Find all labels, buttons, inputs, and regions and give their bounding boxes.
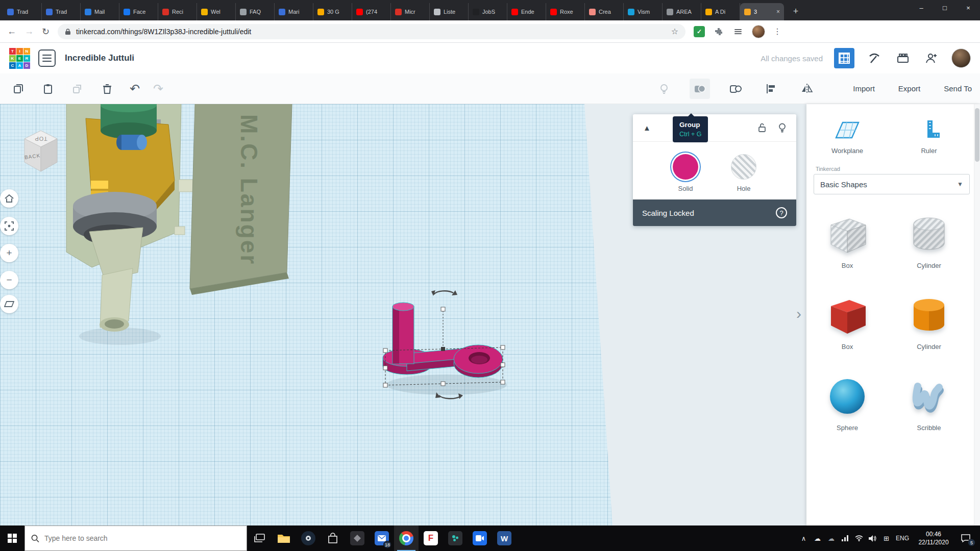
bookmark-star-icon[interactable]: ☆	[671, 27, 678, 36]
file-explorer-button[interactable]	[272, 525, 296, 551]
word-button[interactable]: W	[492, 525, 517, 551]
perspective-toggle-button[interactable]	[0, 295, 18, 313]
delete-button[interactable]	[97, 79, 117, 99]
home-view-button[interactable]	[0, 189, 18, 208]
steam-button[interactable]	[296, 525, 321, 551]
designs-menu-button[interactable]	[38, 49, 56, 67]
workplane-tool[interactable]: Workplane	[806, 118, 888, 155]
undo-button[interactable]: ↶	[130, 79, 140, 99]
extension-puzzle-icon[interactable]	[713, 26, 724, 37]
shape-item-scribble[interactable]: Scribble	[904, 369, 953, 432]
brick-export-button[interactable]	[894, 49, 912, 67]
browser-tab[interactable]: Mari ×	[275, 3, 313, 20]
design-title[interactable]: Incredible Juttuli	[65, 53, 134, 63]
extension-check-icon[interactable]: ✓	[694, 26, 705, 37]
task-view-button[interactable]	[247, 525, 272, 551]
library-select[interactable]: Basic Shapes ▼	[814, 174, 970, 194]
reload-icon[interactable]: ↻	[42, 26, 50, 37]
zoom-out-button[interactable]: −	[0, 271, 18, 289]
solid-option[interactable]: Solid	[673, 154, 698, 192]
browser-profile-avatar[interactable]	[752, 25, 765, 38]
browser-tab[interactable]: Vism ×	[624, 3, 663, 20]
dots-app-button[interactable]	[443, 525, 468, 551]
store-button[interactable]	[321, 525, 345, 551]
lightbulb-icon[interactable]	[778, 123, 786, 133]
browser-tab[interactable]: Trad ×	[42, 3, 81, 20]
signal-icon[interactable]	[838, 525, 852, 551]
solid-swatch[interactable]	[673, 154, 698, 180]
zoom-in-button[interactable]: +	[0, 244, 18, 262]
shape-item-hole-box[interactable]: Box	[823, 207, 872, 269]
onedrive-cloud-icon[interactable]: ☁	[811, 525, 824, 551]
clock[interactable]: 00:4622/11/2020	[912, 525, 955, 551]
tab-close-icon[interactable]: ×	[776, 8, 780, 15]
selected-object[interactable]	[375, 280, 518, 408]
action-center-button[interactable]: 5	[955, 525, 976, 551]
browser-tab[interactable]: JobS ×	[469, 3, 507, 20]
browser-tab[interactable]: Reci ×	[158, 3, 197, 20]
browser-tab[interactable]: (274 ×	[352, 3, 391, 20]
minecraft-export-button[interactable]	[866, 49, 883, 67]
language-indicator[interactable]: ENG	[893, 525, 912, 551]
paste-button[interactable]	[38, 79, 58, 99]
browser-tab[interactable]: Wel ×	[197, 3, 236, 20]
browser-tab[interactable]: 30 G ×	[313, 3, 352, 20]
view-cube[interactable]: TOP BACK	[19, 126, 62, 174]
group-button[interactable]	[690, 79, 710, 99]
close-button[interactable]: ×	[957, 0, 980, 15]
copy-button[interactable]	[8, 79, 29, 99]
teams-tray-icon[interactable]: ⊞	[879, 525, 893, 551]
browser-tab[interactable]: Trad ×	[3, 3, 42, 20]
ruler-tool[interactable]: Ruler	[888, 118, 970, 155]
browser-tab[interactable]: 3 ×	[740, 3, 784, 20]
hole-swatch[interactable]	[731, 154, 756, 180]
mail-app-button[interactable]: 18	[370, 525, 394, 551]
start-button[interactable]	[0, 525, 24, 551]
hidden-icons-chevron[interactable]: ∧	[797, 525, 811, 551]
tinkercad-logo[interactable]: TINKERCAD	[9, 48, 30, 69]
align-button[interactable]	[761, 79, 781, 99]
back-icon[interactable]: ←	[7, 26, 16, 37]
collapse-caret-icon[interactable]: ▲	[643, 123, 651, 132]
import-button[interactable]: Import	[853, 84, 875, 93]
browser-tab[interactable]: Face ×	[119, 3, 158, 20]
redo-button[interactable]: ↷	[153, 79, 163, 99]
panel-scrollbar[interactable]	[974, 104, 980, 525]
cloud-gray-icon[interactable]: ☁	[824, 525, 838, 551]
ungroup-button[interactable]	[725, 79, 746, 99]
shape-item-solid-cylinder[interactable]: Cylinder	[904, 288, 953, 350]
extension-lines-icon[interactable]	[732, 26, 744, 37]
fit-view-button[interactable]	[0, 217, 18, 235]
shape-item-solid-box[interactable]: Box	[823, 288, 872, 350]
browser-menu-icon[interactable]: ⋮	[773, 27, 781, 36]
hole-option[interactable]: Hole	[731, 154, 756, 192]
url-field[interactable]: tinkercad.com/things/8W1ZIl3p38J-incredi…	[58, 24, 685, 39]
help-icon[interactable]: ?	[776, 207, 787, 218]
new-tab-button[interactable]: +	[789, 6, 802, 17]
maximize-button[interactable]: □	[933, 0, 957, 15]
scrollbar-thumb[interactable]	[975, 108, 979, 162]
browser-tab[interactable]: FAQ ×	[236, 3, 275, 20]
browser-tab[interactable]: Mail ×	[81, 3, 119, 20]
user-avatar[interactable]	[951, 48, 971, 68]
share-button[interactable]	[923, 49, 940, 67]
panel-collapse-chevron[interactable]: ›	[796, 305, 801, 322]
search-input[interactable]	[44, 534, 240, 542]
browser-tab[interactable]: A Di ×	[701, 3, 740, 20]
duplicate-button[interactable]	[67, 79, 88, 99]
browser-tab[interactable]: Liste ×	[430, 3, 469, 20]
browser-tab[interactable]: Ende ×	[507, 3, 546, 20]
send-to-button[interactable]: Send To	[944, 84, 972, 93]
mirror-button[interactable]	[797, 79, 817, 99]
game-launcher-button[interactable]	[345, 525, 370, 551]
shape-item-hole-cylinder[interactable]: Cylinder	[904, 207, 953, 269]
browser-tab[interactable]: Roxe ×	[546, 3, 585, 20]
volume-icon[interactable]	[866, 525, 879, 551]
forward-icon[interactable]: →	[24, 26, 34, 37]
camera-app-button[interactable]	[468, 525, 492, 551]
machine-assembly-object[interactable]: M.C. Langer	[61, 104, 306, 390]
minimize-button[interactable]: –	[910, 0, 933, 15]
taskbar-search[interactable]	[24, 525, 247, 551]
lock-open-icon[interactable]	[758, 123, 766, 133]
blocks-view-button[interactable]	[834, 48, 854, 68]
